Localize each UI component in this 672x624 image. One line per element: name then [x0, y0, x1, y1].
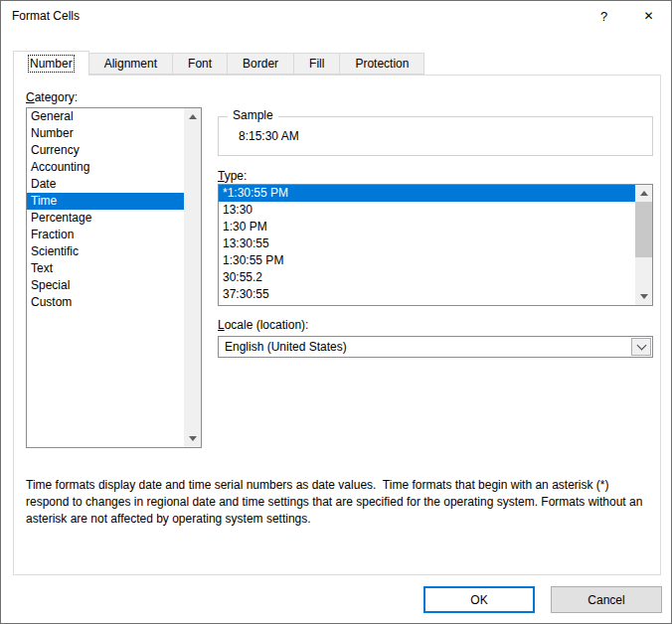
type-scroll-up-button[interactable]	[635, 185, 652, 202]
chevron-up-icon	[189, 114, 197, 119]
category-item-accounting[interactable]: Accounting	[27, 159, 184, 176]
type-scroll-down-button[interactable]	[635, 288, 652, 305]
type-item[interactable]: 13:30	[219, 202, 635, 219]
tab-number[interactable]: Number	[13, 51, 89, 76]
category-item-number[interactable]: Number	[27, 125, 184, 142]
category-scroll-up-button[interactable]	[184, 108, 201, 125]
category-item-text[interactable]: Text	[27, 260, 184, 277]
category-scroll-down-button[interactable]	[184, 430, 201, 447]
type-scrollbar[interactable]	[635, 185, 652, 305]
close-button[interactable]: ✕	[626, 1, 671, 31]
type-item[interactable]: 1:30:55 PM	[219, 252, 635, 269]
tab-fill[interactable]: Fill	[293, 53, 340, 75]
category-item-currency[interactable]: Currency	[27, 142, 184, 159]
category-label: Category:	[26, 90, 78, 104]
tab-alignment-label: Alignment	[104, 57, 157, 71]
tab-font-label: Font	[188, 57, 212, 71]
format-cells-dialog: Format Cells ? ✕ Number Alignment Font B…	[0, 0, 672, 624]
category-list: General Number Currency Accounting Date …	[26, 107, 202, 448]
category-item-scientific[interactable]: Scientific	[27, 243, 184, 260]
type-items: *1:30:55 PM 13:30 1:30 PM 13:30:55 1:30:…	[219, 185, 635, 303]
category-item-special[interactable]: Special	[27, 277, 184, 294]
cancel-button[interactable]: Cancel	[551, 586, 662, 613]
tab-strip: Number Alignment Font Border Fill Protec…	[13, 53, 424, 75]
tab-font[interactable]: Font	[172, 53, 228, 75]
tab-fill-label: Fill	[309, 57, 324, 71]
window-title: Format Cells	[1, 9, 80, 23]
sample-group-label: Sample	[228, 108, 278, 122]
type-item[interactable]: 1:30 PM	[219, 219, 635, 235]
help-button[interactable]: ?	[582, 1, 626, 31]
ok-button[interactable]: OK	[423, 586, 535, 613]
type-item[interactable]: 30:55.2	[219, 269, 635, 286]
chevron-down-icon	[189, 436, 197, 441]
locale-combobox[interactable]: English (United States)	[218, 336, 653, 358]
titlebar-buttons: ? ✕	[582, 1, 671, 31]
category-item-general[interactable]: General	[27, 108, 184, 125]
chevron-down-icon	[640, 294, 648, 299]
category-item-time[interactable]: Time	[27, 193, 184, 210]
close-icon: ✕	[643, 9, 653, 23]
type-scrollbar-thumb[interactable]	[635, 202, 652, 257]
locale-dropdown-button[interactable]	[631, 338, 651, 356]
chevron-up-icon	[640, 191, 648, 196]
category-scrollbar[interactable]	[184, 108, 201, 447]
tab-alignment[interactable]: Alignment	[88, 53, 173, 75]
tab-number-label: Number	[30, 57, 73, 71]
locale-label: Locale (location):	[218, 318, 308, 332]
category-item-percentage[interactable]: Percentage	[27, 210, 184, 227]
type-item[interactable]: 13:30:55	[219, 235, 635, 252]
type-item[interactable]: *1:30:55 PM	[219, 185, 635, 202]
tab-border-label: Border	[243, 57, 278, 71]
type-list: *1:30:55 PM 13:30 1:30 PM 13:30:55 1:30:…	[218, 184, 653, 306]
chevron-down-icon	[636, 340, 646, 350]
type-item[interactable]: 37:30:55	[219, 286, 635, 303]
category-item-fraction[interactable]: Fraction	[27, 227, 184, 243]
tab-protection[interactable]: Protection	[339, 53, 424, 75]
category-items: General Number Currency Accounting Date …	[27, 108, 184, 311]
sample-value: 8:15:30 AM	[239, 129, 299, 143]
locale-selected-value: English (United States)	[225, 340, 347, 354]
tab-border[interactable]: Border	[227, 53, 294, 75]
type-label: Type:	[218, 169, 247, 183]
category-item-custom[interactable]: Custom	[27, 294, 184, 311]
sample-group: Sample 8:15:30 AM	[218, 116, 653, 156]
description-text: Time formats display date and time seria…	[26, 477, 650, 528]
number-tab-panel: Category: General Number Currency Accoun…	[13, 75, 661, 575]
help-icon: ?	[600, 9, 607, 24]
titlebar: Format Cells ? ✕	[1, 1, 671, 31]
category-item-date[interactable]: Date	[27, 176, 184, 193]
tab-protection-label: Protection	[355, 57, 409, 71]
